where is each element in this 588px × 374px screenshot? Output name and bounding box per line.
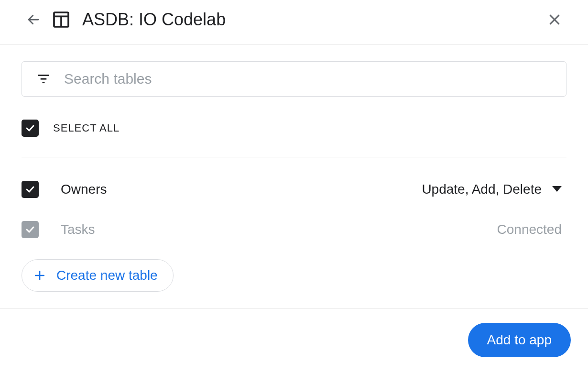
- table-row: Owners Update, Add, Delete: [22, 169, 566, 209]
- table-status-label: Update, Add, Delete: [422, 182, 542, 197]
- filter-icon: [36, 72, 51, 86]
- select-all-checkbox[interactable]: [22, 120, 39, 137]
- table-checkbox-tasks: [22, 221, 39, 238]
- table-name-label: Owners: [61, 182, 107, 197]
- check-icon: [24, 224, 36, 235]
- select-all-row: SELECT ALL: [22, 120, 566, 157]
- check-icon: [24, 184, 36, 195]
- page-title: ASDB: IO Codelab: [82, 10, 226, 30]
- select-all-label: SELECT ALL: [53, 122, 120, 134]
- back-button[interactable]: [24, 10, 43, 29]
- close-icon: [547, 12, 562, 27]
- header: ASDB: IO Codelab: [0, 0, 588, 44]
- close-button[interactable]: [545, 10, 564, 29]
- add-to-app-button[interactable]: Add to app: [468, 323, 571, 357]
- create-new-table-button[interactable]: Create new table: [22, 259, 174, 292]
- arrow-left-icon: [26, 12, 41, 27]
- table-status-label: Connected: [497, 222, 562, 237]
- create-table-label: Create new table: [56, 268, 158, 283]
- caret-down-icon: [552, 186, 562, 193]
- content-area: SELECT ALL Owners Update, Add, Delete: [0, 44, 588, 292]
- plus-icon: [33, 269, 46, 282]
- database-icon: [52, 10, 71, 29]
- search-input[interactable]: [64, 71, 552, 87]
- check-icon: [24, 122, 36, 134]
- search-container: [22, 61, 566, 97]
- table-row: Tasks Connected: [22, 209, 566, 250]
- table-checkbox-owners[interactable]: [22, 181, 39, 198]
- table-name-label: Tasks: [61, 222, 95, 237]
- table-list: Owners Update, Add, Delete Tasks Connect…: [22, 169, 566, 250]
- table-permissions-dropdown[interactable]: Update, Add, Delete: [422, 182, 566, 197]
- footer: Add to app: [0, 308, 588, 357]
- table-status: Connected: [497, 222, 566, 237]
